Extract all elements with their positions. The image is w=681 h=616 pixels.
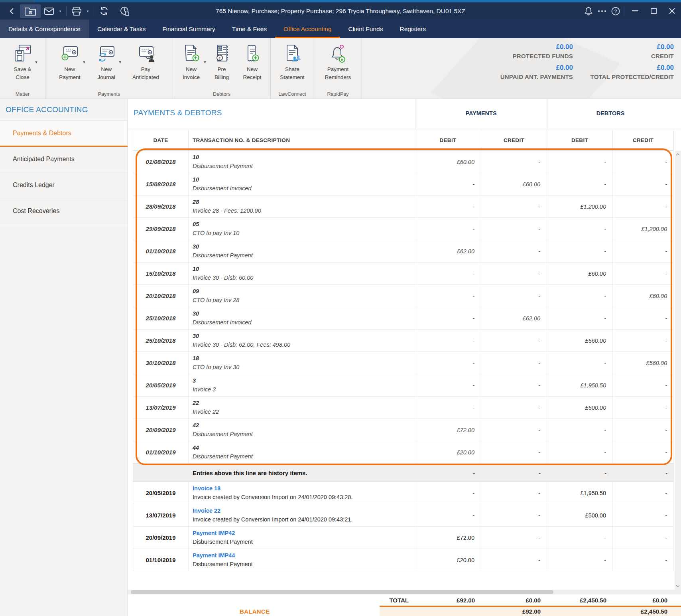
transaction-link[interactable]: Payment IMP42 <box>193 529 415 537</box>
email-icon[interactable] <box>42 5 56 18</box>
debtors-credit-cell: - <box>613 330 674 351</box>
ellipsis-icon[interactable] <box>595 5 609 18</box>
tab-details-correspondence[interactable]: Details & Correspondence <box>0 20 89 38</box>
tab-client-funds[interactable]: Client Funds <box>340 20 391 38</box>
horizontal-scroll-thumb[interactable] <box>131 590 553 594</box>
ledger-row[interactable]: 13/07/2019 22 Invoice 22 - - £500.00 - <box>133 397 674 419</box>
new-payment-button[interactable]: ▼New Payment <box>57 43 83 82</box>
pay-anticipated-icon <box>136 43 155 63</box>
time-icon[interactable] <box>118 5 132 18</box>
tab-calendar-tasks[interactable]: Calendar & Tasks <box>89 20 154 38</box>
horizontal-scrollbar[interactable] <box>128 590 681 594</box>
row-date: 13/07/2019 <box>133 397 189 419</box>
ledger-row[interactable]: 20/05/2019 Invoice 18 Invoice created by… <box>133 482 674 504</box>
sidebar-item-credits-ledger[interactable]: Credits Ledger <box>0 172 127 198</box>
transaction-link[interactable]: Payment IMP44 <box>193 551 415 560</box>
debtors-credit-cell: - <box>613 482 674 504</box>
payments-credit-cell: - <box>481 151 547 173</box>
save-close-button[interactable]: ▼Save & Close <box>10 43 35 82</box>
payments-debit-cell: £72.00 <box>415 527 481 549</box>
tab-financial-summary[interactable]: Financial Summary <box>154 20 224 38</box>
transaction-description: Disbursement Invoiced <box>193 318 415 327</box>
ledger-row[interactable]: 15/10/2018 10 Invoice 30 - Disb: 60.00 -… <box>133 263 674 285</box>
new-receipt-button[interactable]: New Receipt <box>240 43 265 82</box>
column-header-payments-credit[interactable]: CREDIT <box>481 130 547 150</box>
dropdown-caret-icon[interactable]: ▼ <box>203 60 207 64</box>
ledger-row[interactable]: 28/09/2018 28 Invoice 28 - Fees: 1200.00… <box>133 195 674 218</box>
ledger-row[interactable]: 20/10/2018 09 CTO to pay Inv 28 - - - £6… <box>133 285 674 307</box>
total-debtors-debit: £2,450.50 <box>547 597 613 604</box>
minimize-icon[interactable] <box>626 4 644 18</box>
tab-time-fees[interactable]: Time & Fees <box>224 20 275 38</box>
vertical-scrollbar[interactable] <box>675 151 681 590</box>
dropdown-caret-icon[interactable]: ▼ <box>83 60 86 64</box>
dropdown-caret-icon[interactable]: ▼ <box>35 60 38 64</box>
bell-icon[interactable] <box>582 5 595 18</box>
history-note: Entries above this line are history item… <box>189 464 415 482</box>
new-invoice-button[interactable]: ▼New Invoice <box>179 43 204 82</box>
ledger-row[interactable]: 29/09/2018 05 CTO to pay Inv 10 - - - £1… <box>133 218 674 240</box>
debtors-debit-cell: - <box>547 549 613 571</box>
ribbon-button-label: New Payment <box>59 65 80 82</box>
payment-reminders-button[interactable]: RPayment Reminders <box>323 43 353 82</box>
transaction-number: 05 <box>193 220 415 229</box>
column-header-debtors-debit[interactable]: DEBIT <box>547 130 613 150</box>
ledger-row[interactable]: 20/05/2019 3 Invoice 3 - - £1,950.50 - <box>133 374 674 397</box>
tab-office-accounting[interactable]: Office Accounting <box>275 20 340 38</box>
payments-debit-cell: - <box>415 330 481 351</box>
print-icon[interactable] <box>70 5 83 18</box>
pre-billing-button[interactable]: R£Pre Billing <box>209 43 234 82</box>
scroll-up-icon[interactable] <box>675 151 681 158</box>
transaction-link[interactable]: Invoice 18 <box>193 484 415 493</box>
column-header-payments-debit[interactable]: DEBIT <box>415 130 481 150</box>
ledger-row[interactable]: 30/10/2018 18 CTO to pay Inv 30 - - - £5… <box>133 352 674 374</box>
email-dropdown-icon[interactable]: ▾ <box>57 9 63 13</box>
help-icon[interactable]: ? <box>609 5 622 18</box>
matter-folder-icon[interactable]: M <box>20 4 41 18</box>
row-date: 15/10/2018 <box>133 263 189 284</box>
ledger-row[interactable]: 20/09/2019 Payment IMP42 Disbursement Pa… <box>133 527 674 549</box>
ribbon-group-debtors: ▼New InvoiceR£Pre BillingNew ReceiptDebt… <box>173 38 271 99</box>
ledger-row[interactable]: 20/09/2019 42 Disbursement Payment £72.0… <box>133 419 674 441</box>
ledger-row[interactable]: 25/10/2018 30 Disbursement Invoiced - £6… <box>133 307 674 330</box>
share-statement-button[interactable]: Share Statement <box>278 43 307 82</box>
scroll-down-icon[interactable] <box>675 582 681 590</box>
maximize-icon[interactable] <box>644 4 663 18</box>
column-header-date[interactable]: DATE <box>133 130 189 150</box>
new-journal-button[interactable]: ▼New Journal <box>94 43 119 82</box>
ledger-row[interactable]: 01/10/2018 30 Disbursement Payment £62.0… <box>133 240 674 263</box>
ledger-row[interactable]: 01/08/2018 10 Disbursement Payment £60.0… <box>133 151 674 173</box>
tab-registers[interactable]: Registers <box>391 20 434 38</box>
debtors-debit-cell: - <box>547 352 613 374</box>
column-header-description[interactable]: TRANSACTION NO. & DESCRIPTION <box>189 130 415 150</box>
ribbon-group-matter: ▼Save & CloseMatter <box>0 38 45 99</box>
transaction-number: 42 <box>193 421 415 430</box>
debtors-credit-cell: - <box>613 397 674 419</box>
debtors-credit-cell: - <box>613 263 674 284</box>
close-icon[interactable] <box>663 4 681 18</box>
print-dropdown-icon[interactable]: ▾ <box>85 9 91 13</box>
pay-anticipated-button[interactable]: Pay Anticipated <box>130 43 161 82</box>
dropdown-caret-icon[interactable]: ▼ <box>118 60 122 64</box>
ledger-row[interactable]: 25/10/2018 30 Invoice 30 - Disb: 62.00, … <box>133 330 674 352</box>
svg-text:?: ? <box>614 8 617 14</box>
ledger-row[interactable]: 15/08/2018 10 Disbursement Invoiced - £6… <box>133 173 674 195</box>
column-header-debtors-credit[interactable]: CREDIT <box>613 130 674 150</box>
ribbon-group-rapidpay: RPayment RemindersRapidPay <box>314 38 362 99</box>
sidebar-item-payments-debtors[interactable]: Payments & Debtors <box>0 120 127 146</box>
transaction-link[interactable]: Invoice 22 <box>193 506 415 515</box>
payments-debit-cell: - <box>415 173 481 195</box>
sidebar-item-cost-recoveries[interactable]: Cost Recoveries <box>0 198 127 224</box>
ribbon-group-label: LawConnect <box>271 91 314 97</box>
payments-credit-cell: - <box>481 195 547 217</box>
ledger-row[interactable]: 01/10/2019 44 Disbursement Payment £20.0… <box>133 441 674 464</box>
row-date: 25/10/2018 <box>133 307 189 329</box>
back-icon[interactable] <box>5 5 18 18</box>
transaction-number: 44 <box>193 443 415 452</box>
ledger-row[interactable]: 01/10/2019 Payment IMP44 Disbursement Pa… <box>133 549 674 571</box>
sidebar-item-anticipated-payments[interactable]: Anticipated Payments <box>0 146 127 172</box>
sync-icon[interactable] <box>97 5 111 18</box>
svg-text:£: £ <box>218 56 221 60</box>
ledger-row[interactable]: 13/07/2019 Invoice 22 Invoice created by… <box>133 504 674 527</box>
ribbon-button-label: New Receipt <box>243 65 262 82</box>
